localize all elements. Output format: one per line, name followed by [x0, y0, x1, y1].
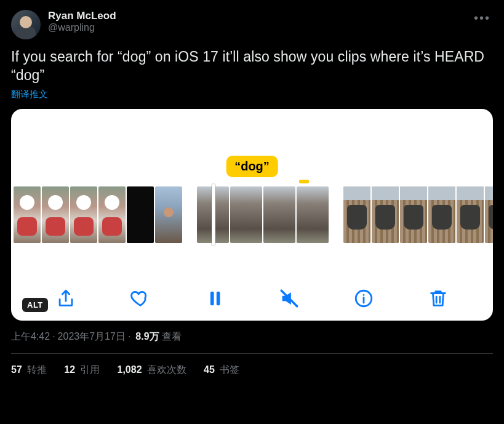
pause-icon [204, 288, 225, 309]
user-handle[interactable]: @warpling [48, 22, 471, 33]
clip-group-3[interactable] [343, 186, 493, 243]
likes-stat[interactable]: 1,082 喜欢次数 [118, 364, 187, 377]
quotes-stat[interactable]: 12 引用 [64, 364, 100, 377]
thumbnail [14, 186, 41, 243]
like-button[interactable] [129, 287, 151, 310]
thumbnail [457, 186, 484, 243]
thumbnail [70, 186, 97, 243]
meta-separator: · [128, 331, 130, 342]
likes-label: 喜欢次数 [145, 364, 186, 375]
bookmarks-count: 45 [204, 364, 215, 375]
svg-rect-0 [210, 291, 214, 305]
bookmarks-label: 书签 [217, 364, 239, 375]
user-block: Ryan McLeod @warpling [48, 10, 471, 33]
svg-point-3 [363, 294, 365, 296]
delete-button[interactable] [427, 287, 449, 310]
quotes-label: 引用 [78, 364, 100, 375]
translate-link[interactable]: 翻译推文 [11, 89, 48, 100]
views-count[interactable]: 8.9万 [135, 330, 159, 343]
tweet-text: If you search for “dog” on iOS 17 it’ll … [11, 48, 493, 85]
trash-icon [428, 288, 449, 309]
thumbnail [428, 186, 455, 243]
views-label: 查看 [162, 330, 182, 343]
media-card[interactable]: “dog” [11, 109, 493, 321]
caption-marker [299, 180, 309, 183]
meta-separator: · [52, 331, 55, 342]
thumbnail [42, 186, 69, 243]
tweet-header: Ryan McLeod @warpling ••• [11, 10, 493, 39]
heart-icon [130, 288, 151, 309]
thumbnail [400, 186, 427, 243]
thumbnail [343, 186, 370, 243]
caption-pill: “dog” [226, 156, 278, 177]
quotes-count: 12 [64, 364, 75, 375]
share-icon [55, 288, 76, 309]
svg-rect-1 [217, 291, 220, 305]
video-filmstrip[interactable] [11, 186, 493, 243]
clip-group-2[interactable] [197, 186, 329, 243]
speaker-muted-icon [279, 288, 300, 309]
likes-count: 1,082 [118, 364, 142, 375]
tweet-date[interactable]: 2023年7月17日 [58, 330, 126, 343]
thumbnail [230, 186, 262, 243]
mute-button[interactable] [278, 287, 300, 310]
info-icon [353, 288, 374, 309]
info-button[interactable] [353, 287, 375, 310]
thumbnail [263, 186, 295, 243]
thumbnail [485, 186, 493, 243]
retweets-count: 57 [11, 364, 22, 375]
alt-badge[interactable]: ALT [22, 298, 48, 312]
display-name[interactable]: Ryan McLeod [48, 10, 471, 22]
tweet-meta: 上午4:42 · 2023年7月17日 · 8.9万 查看 [11, 330, 493, 343]
more-menu-button[interactable]: ••• [471, 10, 493, 26]
tweet-container: Ryan McLeod @warpling ••• If you search … [0, 0, 504, 386]
thumbnail [297, 186, 329, 243]
thumbnail [127, 186, 154, 243]
bookmarks-stat[interactable]: 45 书签 [204, 364, 239, 377]
pause-button[interactable] [204, 287, 226, 310]
thumbnail [155, 186, 182, 243]
retweets-stat[interactable]: 57 转推 [11, 364, 47, 377]
retweets-label: 转推 [25, 364, 47, 375]
thumbnail [98, 186, 126, 243]
tweet-time[interactable]: 上午4:42 [11, 330, 50, 343]
avatar[interactable] [11, 10, 41, 39]
clip-group-1[interactable] [14, 186, 182, 243]
media-toolbar [11, 287, 493, 310]
thumbnail [372, 186, 399, 243]
share-button[interactable] [55, 287, 77, 310]
playhead-scrubber[interactable] [212, 184, 215, 246]
stats-row: 57 转推 12 引用 1,082 喜欢次数 45 书签 [11, 354, 493, 377]
